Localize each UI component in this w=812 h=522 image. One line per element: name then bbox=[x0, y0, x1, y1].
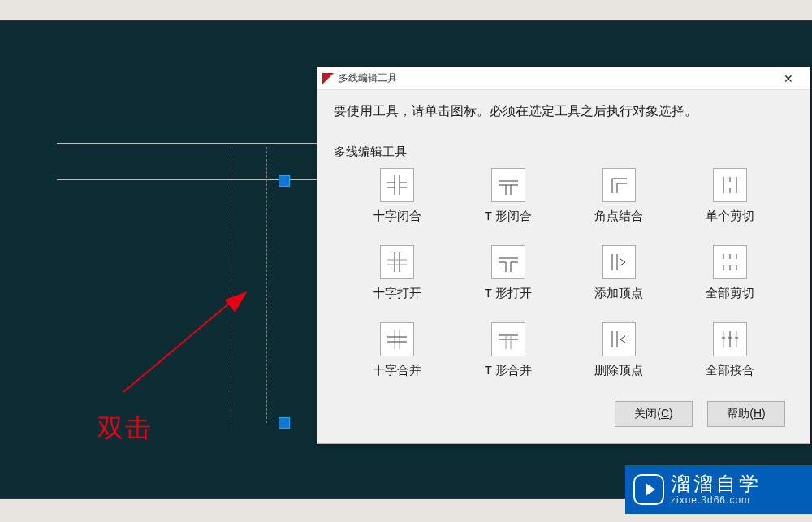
tool-weld-all[interactable]: 全部接合 bbox=[706, 322, 754, 378]
tool-label: 删除顶点 bbox=[594, 363, 643, 378]
dialog-titlebar[interactable]: 多线编辑工具 ✕ bbox=[317, 67, 810, 90]
play-icon bbox=[633, 474, 664, 505]
tool-cross-closed[interactable]: 十字闭合 bbox=[373, 168, 421, 224]
tool-label: 十字闭合 bbox=[373, 209, 421, 224]
watermark: 溜溜自学 zixue.3d66.com bbox=[625, 465, 812, 514]
tool-cross-open[interactable]: 十字打开 bbox=[373, 245, 421, 301]
corner-joint-icon bbox=[602, 168, 636, 202]
tool-cut-single[interactable]: 单个剪切 bbox=[706, 168, 754, 224]
t-merged-icon bbox=[491, 322, 525, 356]
cut-all-icon bbox=[713, 245, 747, 279]
section-label: 多线编辑工具 bbox=[334, 145, 793, 160]
annotation-text: 双击 bbox=[97, 411, 153, 447]
annotation-arrowhead bbox=[225, 285, 253, 312]
grip-handle[interactable] bbox=[279, 417, 290, 429]
t-open-icon bbox=[491, 245, 525, 279]
annotation-arrow bbox=[123, 300, 232, 393]
tool-add-vertex[interactable]: 添加顶点 bbox=[594, 245, 643, 301]
tool-t-open[interactable]: T 形打开 bbox=[485, 245, 532, 301]
t-closed-icon bbox=[491, 168, 525, 202]
tool-t-closed[interactable]: T 形闭合 bbox=[485, 168, 532, 224]
app-icon bbox=[322, 73, 334, 84]
mline-left-selected bbox=[231, 147, 231, 423]
dialog-title: 多线编辑工具 bbox=[339, 71, 767, 85]
delete-vertex-icon bbox=[602, 322, 636, 356]
dialog-button-row: 关闭(C) 帮助(H) bbox=[334, 401, 793, 427]
help-button[interactable]: 帮助(H) bbox=[707, 401, 785, 427]
dialog-instruction: 要使用工具，请单击图标。必须在选定工具之后执行对象选择。 bbox=[334, 103, 793, 120]
cross-closed-icon bbox=[380, 168, 414, 202]
cross-merged-icon bbox=[380, 322, 414, 356]
tool-label: T 形闭合 bbox=[485, 209, 532, 224]
cut-single-icon bbox=[713, 168, 747, 202]
tool-t-merged[interactable]: T 形合并 bbox=[485, 322, 532, 378]
tool-cross-merged[interactable]: 十字合并 bbox=[373, 322, 421, 378]
tool-delete-vertex[interactable]: 删除顶点 bbox=[594, 322, 643, 378]
tool-label: 十字打开 bbox=[373, 286, 421, 301]
watermark-title: 溜溜自学 bbox=[671, 473, 762, 494]
grip-handle[interactable] bbox=[279, 175, 290, 187]
tool-label: T 形合并 bbox=[485, 363, 532, 378]
mledit-dialog: 多线编辑工具 ✕ 要使用工具，请单击图标。必须在选定工具之后执行对象选择。 多线… bbox=[317, 67, 810, 444]
tool-label: T 形打开 bbox=[485, 286, 532, 301]
tool-label: 单个剪切 bbox=[706, 209, 754, 224]
tool-label: 十字合并 bbox=[373, 363, 421, 378]
weld-all-icon bbox=[713, 322, 747, 356]
watermark-url: zixue.3d66.com bbox=[671, 495, 762, 506]
cross-open-icon bbox=[380, 245, 414, 279]
add-vertex-icon bbox=[602, 245, 636, 279]
tool-label: 角点结合 bbox=[594, 209, 643, 224]
mline-top bbox=[57, 143, 325, 144]
tool-label: 添加顶点 bbox=[594, 286, 643, 301]
tool-grid: 十字闭合 T 形闭合 角点结合 bbox=[334, 168, 793, 378]
tool-label: 全部剪切 bbox=[706, 286, 754, 301]
tool-cut-all[interactable]: 全部剪切 bbox=[706, 245, 754, 301]
mline-right-selected bbox=[266, 147, 267, 423]
tool-corner-joint[interactable]: 角点结合 bbox=[594, 168, 643, 224]
tool-label: 全部接合 bbox=[706, 363, 754, 378]
close-icon[interactable]: ✕ bbox=[772, 68, 805, 89]
close-button[interactable]: 关闭(C) bbox=[615, 401, 693, 427]
